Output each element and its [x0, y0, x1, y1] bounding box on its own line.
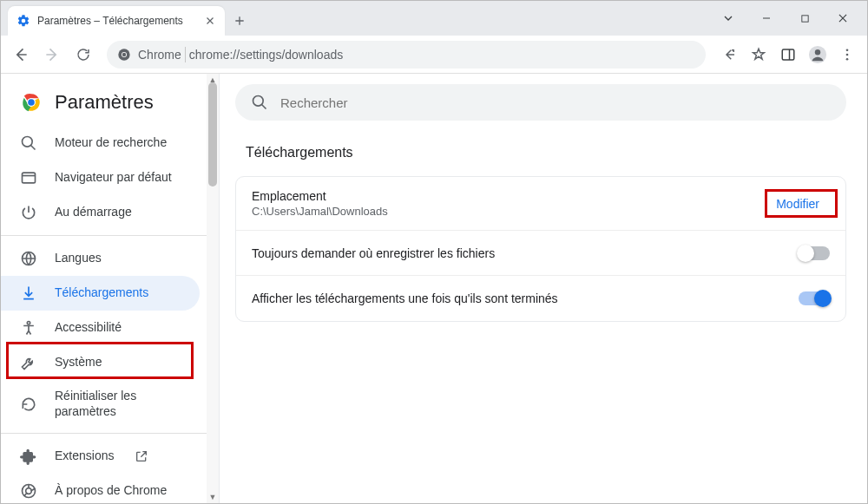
close-window-button[interactable]: [824, 5, 862, 31]
sidebar-item-search-engine[interactable]: Moteur de recherche: [1, 126, 219, 160]
section-title: Téléchargements: [246, 145, 867, 160]
browser-toolbar: Chrome chrome://settings/downloads: [1, 36, 867, 74]
sidebar-item-label: Accessibilité: [55, 320, 122, 336]
scroll-down-icon[interactable]: ▼: [207, 491, 219, 503]
svg-rect-14: [23, 173, 36, 183]
new-tab-button[interactable]: [225, 6, 254, 36]
browser-tab[interactable]: Paramètres – Téléchargements: [8, 6, 225, 36]
settings-sidebar: Paramètres Moteur de recherche Navigateu…: [1, 74, 220, 503]
wrench-icon: [20, 354, 37, 371]
sidebar-item-label: Moteur de recherche: [55, 135, 167, 151]
row-ask-where: Toujours demander où enregistrer les fic…: [236, 231, 845, 276]
scrollbar-thumb[interactable]: [208, 82, 217, 187]
svg-point-12: [28, 99, 35, 106]
tab-title: Paramètres – Téléchargements: [37, 15, 197, 27]
sidebar-item-label: Extensions: [55, 448, 114, 464]
location-path: C:\Users\Jamal\Downloads: [252, 205, 766, 218]
side-panel-icon[interactable]: [775, 42, 801, 68]
share-icon[interactable]: [716, 42, 742, 68]
puzzle-icon: [20, 448, 37, 465]
accessibility-icon: [20, 319, 37, 337]
open-external-icon: [135, 449, 148, 463]
reset-icon: [20, 396, 37, 413]
chrome-logo-icon: [117, 48, 131, 62]
globe-icon: [20, 250, 37, 267]
sidebar-item-reset[interactable]: Réinitialiser les paramètres: [1, 380, 219, 428]
power-icon: [20, 204, 37, 221]
sidebar-item-default-browser[interactable]: Navigateur par défaut: [1, 160, 219, 195]
sidebar-item-label: À propos de Chrome: [55, 483, 167, 499]
settings-search[interactable]: [235, 84, 846, 121]
sidebar-item-system[interactable]: Système: [1, 345, 219, 380]
location-label: Emplacement: [252, 189, 766, 203]
svg-point-7: [846, 49, 849, 51]
show-downloads-label: Afficher les téléchargements une fois qu…: [252, 291, 799, 305]
row-location: Emplacement C:\Users\Jamal\Downloads Mod…: [236, 177, 845, 231]
settings-title: Paramètres: [55, 91, 154, 114]
address-bar[interactable]: Chrome chrome://settings/downloads: [107, 41, 706, 69]
svg-point-19: [253, 96, 264, 107]
settings-search-input[interactable]: [280, 95, 831, 110]
search-icon: [251, 94, 268, 111]
change-location-button[interactable]: Modifier: [766, 192, 830, 216]
profile-avatar-icon[interactable]: [805, 42, 831, 68]
chrome-logo-icon: [20, 91, 43, 114]
browser-icon: [20, 169, 37, 187]
sidebar-item-startup[interactable]: Au démarrage: [1, 195, 219, 230]
maximize-button[interactable]: [786, 5, 824, 31]
window-titlebar: Paramètres – Téléchargements: [1, 1, 867, 36]
sidebar-item-label: Au démarrage: [55, 205, 132, 220]
ask-where-label: Toujours demander où enregistrer les fic…: [252, 246, 799, 260]
sidebar-item-label: Réinitialiser les paramètres: [55, 389, 200, 419]
back-button[interactable]: [8, 42, 34, 68]
row-show-downloads: Afficher les téléchargements une fois qu…: [236, 276, 845, 321]
window-controls: [709, 1, 867, 36]
svg-point-16: [27, 322, 30, 324]
omnibox-app-label: Chrome: [138, 48, 181, 62]
svg-point-8: [846, 53, 849, 56]
sidebar-item-label: Navigateur par défaut: [55, 170, 172, 186]
sidebar-item-languages[interactable]: Langues: [1, 241, 219, 276]
minimize-button[interactable]: [747, 5, 786, 31]
chrome-outline-icon: [20, 482, 37, 500]
ask-where-toggle[interactable]: [799, 246, 830, 260]
sidebar-item-label: Système: [55, 355, 102, 370]
menu-kebab-icon[interactable]: [834, 42, 860, 68]
sidebar-item-accessibility[interactable]: Accessibilité: [1, 311, 219, 345]
sidebar-item-downloads[interactable]: Téléchargements: [1, 276, 200, 311]
sidebar-item-label: Téléchargements: [55, 285, 148, 301]
forward-button[interactable]: [39, 42, 65, 68]
svg-point-3: [122, 52, 126, 56]
omnibox-url: chrome://settings/downloads: [189, 48, 343, 62]
sidebar-scrollbar[interactable]: ▲ ▼: [207, 74, 219, 503]
svg-point-13: [23, 137, 33, 147]
sidebar-item-extensions[interactable]: Extensions: [1, 439, 219, 474]
download-icon: [20, 285, 37, 302]
gear-icon: [16, 14, 30, 28]
reload-button[interactable]: [70, 42, 96, 68]
show-downloads-toggle[interactable]: [799, 291, 830, 305]
svg-point-6: [815, 49, 820, 55]
sidebar-item-about[interactable]: À propos de Chrome: [1, 474, 219, 504]
svg-point-9: [846, 57, 849, 60]
svg-rect-0: [801, 15, 807, 21]
settings-main: Téléchargements Emplacement C:\Users\Jam…: [220, 74, 867, 503]
search-icon: [20, 134, 37, 152]
close-tab-icon[interactable]: [204, 15, 216, 27]
sidebar-item-label: Langues: [55, 251, 102, 266]
svg-rect-4: [782, 49, 794, 60]
chevron-down-icon[interactable]: [709, 5, 747, 31]
downloads-card: Emplacement C:\Users\Jamal\Downloads Mod…: [235, 176, 846, 322]
bookmark-star-icon[interactable]: [746, 42, 772, 68]
